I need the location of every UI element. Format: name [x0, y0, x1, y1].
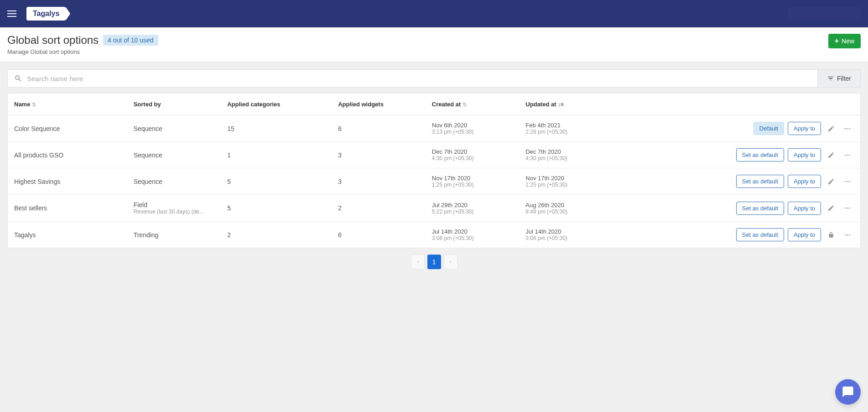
- set-as-default-button[interactable]: Set as default: [736, 148, 785, 162]
- page-prev-button[interactable]: [411, 255, 425, 269]
- svg-point-8: [849, 181, 850, 182]
- sort-icon: ⇅: [463, 102, 467, 107]
- cell-applied-categories: 5: [221, 168, 332, 195]
- pagination: 1: [7, 248, 861, 276]
- svg-point-9: [845, 208, 846, 209]
- edit-button[interactable]: [825, 202, 837, 214]
- table-row: Color Sequence Sequence 15 6 Nov 6th 202…: [8, 115, 860, 142]
- topbar-account-area[interactable]: [788, 7, 861, 21]
- table-row: Tagalys Trending 2 6 Jul 14th 2020 3:08 …: [8, 222, 860, 248]
- row-actions: Set as default Apply to: [619, 202, 854, 215]
- apply-to-button[interactable]: Apply to: [788, 202, 821, 215]
- table-row: Highest Savings Sequence 5 3 Nov 17th 20…: [8, 168, 860, 195]
- cell-updated-at: Feb 4th 2021 2:28 pm (+05:30): [519, 115, 613, 142]
- row-actions: Default Apply to: [619, 122, 854, 135]
- chevron-left-icon: [416, 260, 420, 264]
- cell-applied-categories: 15: [221, 115, 332, 142]
- table-row: All products GSO Sequence 1 3 Dec 7th 20…: [8, 142, 860, 168]
- set-as-default-button[interactable]: Set as default: [736, 175, 785, 188]
- page-header: Global sort options 4 out of 10 used Man…: [0, 27, 868, 62]
- brand-logo[interactable]: Tagalys: [26, 7, 66, 21]
- chevron-right-icon: [448, 260, 453, 264]
- page-title: Global sort options: [7, 34, 99, 47]
- apply-to-button[interactable]: Apply to: [788, 228, 821, 241]
- search-input[interactable]: [27, 75, 811, 83]
- more-actions-button[interactable]: [841, 229, 854, 241]
- edit-button[interactable]: [825, 122, 837, 135]
- cell-applied-categories: 1: [221, 142, 332, 168]
- filter-icon: [827, 75, 834, 82]
- svg-point-14: [849, 234, 850, 235]
- cell-sorted-by: Field Revenue (last 30 days) (de...: [127, 195, 221, 222]
- more-actions-button[interactable]: [841, 202, 854, 214]
- cell-updated-at: Dec 7th 2020 4:30 pm (+05:30): [519, 142, 613, 168]
- plus-icon: +: [835, 37, 839, 45]
- cell-name: Tagalys: [8, 222, 127, 248]
- col-applied-widgets: Applied widgets: [332, 94, 426, 115]
- row-actions: Set as default Apply to: [619, 148, 854, 162]
- svg-point-6: [845, 181, 846, 182]
- new-button[interactable]: + New: [828, 34, 861, 48]
- cell-updated-at: Jul 14th 2020 3:08 pm (+05:30): [519, 222, 613, 248]
- svg-point-5: [849, 154, 850, 156]
- row-actions: Set as default Apply to: [619, 228, 854, 241]
- apply-to-button[interactable]: Apply to: [788, 148, 821, 162]
- search-box[interactable]: [7, 69, 818, 88]
- apply-to-button[interactable]: Apply to: [788, 175, 821, 188]
- cell-created-at: Nov 17th 2020 1:25 pm (+05:30): [426, 168, 520, 195]
- svg-point-1: [847, 128, 848, 129]
- cell-created-at: Dec 7th 2020 4:30 pm (+05:30): [426, 142, 520, 168]
- set-as-default-button[interactable]: Set as default: [736, 228, 785, 241]
- more-actions-button[interactable]: [841, 122, 854, 135]
- col-updated-at[interactable]: Updated at ↓≡: [519, 94, 613, 115]
- edit-button[interactable]: [825, 149, 837, 162]
- set-as-default-button[interactable]: Set as default: [736, 202, 785, 215]
- cell-name: All products GSO: [8, 142, 127, 168]
- hamburger-menu-icon[interactable]: [7, 8, 18, 19]
- cell-applied-widgets: 6: [332, 115, 426, 142]
- apply-to-button[interactable]: Apply to: [788, 122, 821, 135]
- topbar: Tagalys: [0, 0, 868, 27]
- cell-sorted-by: Sequence: [127, 142, 221, 168]
- cell-created-at: Jul 14th 2020 3:08 pm (+05:30): [426, 222, 520, 248]
- col-applied-categories: Applied categories: [221, 94, 332, 115]
- table-row: Best sellers Field Revenue (last 30 days…: [8, 195, 860, 222]
- page-next-button[interactable]: [444, 255, 457, 269]
- search-icon: [14, 74, 22, 83]
- cell-name: Highest Savings: [8, 168, 127, 195]
- cell-created-at: Nov 6th 2020 3:13 pm (+05:30): [426, 115, 520, 142]
- cell-name: Best sellers: [8, 195, 127, 222]
- cell-updated-at: Aug 26th 2020 8:49 pm (+05:30): [519, 195, 613, 222]
- col-created-at[interactable]: Created at⇅: [426, 94, 520, 115]
- more-actions-button[interactable]: [841, 175, 854, 188]
- svg-point-4: [847, 154, 848, 156]
- filter-button[interactable]: Filter: [818, 69, 861, 88]
- new-button-label: New: [842, 37, 854, 45]
- cell-sorted-by: Sequence: [127, 115, 221, 142]
- col-name[interactable]: Name⇅: [8, 94, 127, 115]
- sort-desc-icon: ↓≡: [556, 101, 564, 108]
- cell-updated-at: Nov 17th 2020 1:25 pm (+05:30): [519, 168, 613, 195]
- cell-applied-widgets: 6: [332, 222, 426, 248]
- cell-name: Color Sequence: [8, 115, 127, 142]
- cell-sorted-by: Trending: [127, 222, 221, 248]
- svg-point-3: [845, 154, 846, 156]
- page-subtitle: Manage Global sort options: [7, 48, 158, 55]
- cell-applied-widgets: 2: [332, 195, 426, 222]
- usage-badge: 4 out of 10 used: [103, 35, 158, 46]
- svg-point-2: [849, 128, 850, 129]
- row-actions: Set as default Apply to: [619, 175, 854, 188]
- cell-created-at: Jul 29th 2020 5:22 pm (+05:30): [426, 195, 520, 222]
- more-actions-button[interactable]: [841, 149, 854, 162]
- svg-point-0: [845, 128, 846, 129]
- cell-applied-widgets: 3: [332, 168, 426, 195]
- page-number-1[interactable]: 1: [427, 255, 441, 269]
- svg-point-12: [845, 234, 846, 235]
- edit-button[interactable]: [825, 175, 837, 188]
- cell-applied-categories: 5: [221, 195, 332, 222]
- cell-applied-widgets: 3: [332, 142, 426, 168]
- svg-point-11: [849, 208, 850, 209]
- cell-sorted-by: Sequence: [127, 168, 221, 195]
- cell-applied-categories: 2: [221, 222, 332, 248]
- sort-options-table: Name⇅ Sorted by Applied categories Appli…: [7, 93, 861, 248]
